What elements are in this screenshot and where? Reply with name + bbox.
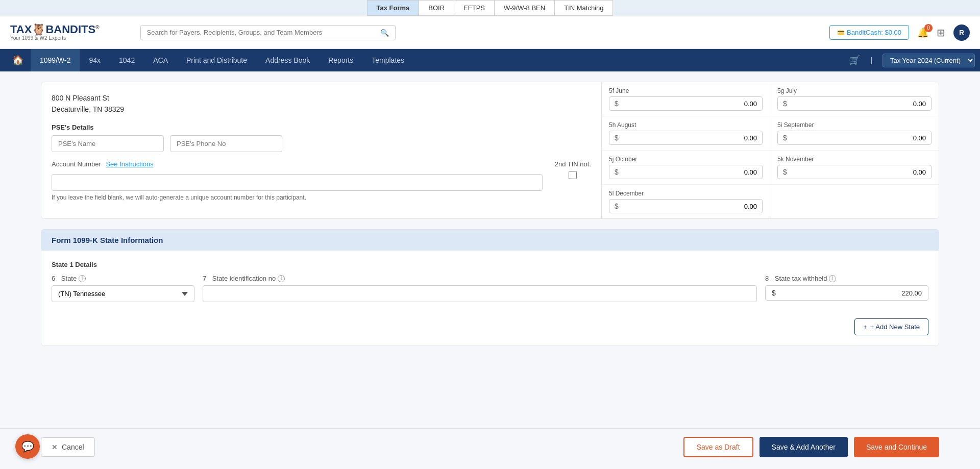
december-input-wrap: $ <box>609 199 763 213</box>
top-nav-w9[interactable]: W-9/W-8 BEN <box>494 0 554 16</box>
august-input-wrap: $ <box>609 131 763 145</box>
main-content: 800 N Pleasant St Decaturville, TN 38329… <box>0 71 980 428</box>
top-nav-tin[interactable]: TIN Matching <box>554 0 613 16</box>
search-icon: 🔍 <box>380 29 389 37</box>
secondary-nav: 🏠 1099/W-2 94x 1042 ACA Print and Distri… <box>0 49 980 71</box>
state-id-input[interactable] <box>203 285 757 302</box>
monthly-july-cell: 5g July $ <box>770 82 939 116</box>
nav-1042[interactable]: 1042 <box>110 49 144 71</box>
monthly-june-cell: 5f June $ <box>602 82 770 116</box>
pse-details-label: PSE's Details <box>52 124 591 131</box>
july-label: 5g July <box>777 87 932 94</box>
pse-name-input[interactable] <box>52 135 164 152</box>
chat-bubble-button[interactable]: 💬 <box>15 434 40 459</box>
search-input[interactable] <box>147 29 376 36</box>
december-input[interactable] <box>622 203 757 210</box>
logo-text: TAX🦉BANDITS® <box>10 24 100 35</box>
nav-94x[interactable]: 94x <box>80 49 110 71</box>
account-number-label: Account Number See Instructions <box>52 160 543 168</box>
july-input[interactable] <box>790 100 926 108</box>
nav-aca[interactable]: ACA <box>144 49 177 71</box>
june-input-wrap: $ <box>609 96 763 111</box>
tin-section: 2nd TIN not. <box>555 160 591 179</box>
monthly-october-cell: 5j October $ <box>602 151 770 185</box>
state-tax-input[interactable] <box>780 289 922 297</box>
top-nav-tax-forms[interactable]: Tax Forms <box>367 0 419 16</box>
account-number-note: If you leave the field blank, we will au… <box>52 194 543 201</box>
state-tax-dollar-icon: $ <box>772 289 776 297</box>
account-number-input[interactable] <box>52 174 543 191</box>
nav-address-book[interactable]: Address Book <box>256 49 319 71</box>
state-select[interactable]: (TN) Tennessee <box>52 285 194 302</box>
monthly-september-cell: 5i September $ <box>770 116 939 151</box>
cart-icon[interactable]: 🛒 <box>849 55 860 66</box>
save-add-another-button[interactable]: Save & Add Another <box>760 437 848 457</box>
pse-phone-input[interactable] <box>170 135 282 152</box>
notification-bell[interactable]: 🔔 0 <box>917 27 928 38</box>
home-button[interactable]: 🏠 <box>5 55 31 66</box>
add-state-row: + + Add New State <box>52 310 928 335</box>
nav-1099w2[interactable]: 1099/W-2 <box>31 49 80 71</box>
see-instructions-link[interactable]: See Instructions <box>106 160 153 168</box>
july-dollar-icon: $ <box>783 100 787 108</box>
bandit-cash-button[interactable]: 💳 BanditCash: $0.00 <box>829 25 909 40</box>
tax-year-select[interactable]: Tax Year 2024 (Current) <box>883 54 975 67</box>
november-dollar-icon: $ <box>783 168 787 176</box>
state-id-info-icon[interactable]: i <box>278 275 285 282</box>
apps-grid-icon[interactable]: ⊞ <box>937 27 945 39</box>
add-new-state-button[interactable]: + + Add New State <box>854 318 928 335</box>
june-dollar-icon: $ <box>615 100 619 108</box>
october-input-wrap: $ <box>609 165 763 179</box>
october-input[interactable] <box>622 168 757 176</box>
july-input-wrap: $ <box>777 96 932 111</box>
top-nav-eftps[interactable]: EFTPS <box>454 0 494 16</box>
august-dollar-icon: $ <box>615 134 619 142</box>
save-continue-button[interactable]: Save and Continue <box>854 437 939 457</box>
logo: TAX🦉BANDITS® Your 1099 & W2 Experts <box>10 24 100 41</box>
address-block: 800 N Pleasant St Decaturville, TN 38329 <box>52 92 591 115</box>
june-input[interactable] <box>622 100 757 108</box>
address-line1: 800 N Pleasant St <box>52 92 591 104</box>
search-bar[interactable]: 🔍 <box>140 25 396 40</box>
november-input-wrap: $ <box>777 165 932 179</box>
state-information-section: Form 1099-K State Information State 1 De… <box>41 229 939 346</box>
december-dollar-icon: $ <box>615 202 619 210</box>
account-number-section: Account Number See Instructions If you l… <box>52 160 543 201</box>
september-dollar-icon: $ <box>783 134 787 142</box>
state-label: 6 State i <box>52 275 194 282</box>
state-section-header: Form 1099-K State Information <box>41 230 939 251</box>
address-line2: Decaturville, TN 38329 <box>52 104 591 115</box>
nav-templates[interactable]: Templates <box>362 49 413 71</box>
header: TAX🦉BANDITS® Your 1099 & W2 Experts 🔍 💳 … <box>0 16 980 49</box>
state-tax-label: 8 State tax withheld i <box>765 275 928 282</box>
nav-print-distribute[interactable]: Print and Distribute <box>177 49 256 71</box>
november-label: 5k November <box>777 156 932 163</box>
state-fields-row: 6 State i (TN) Tennessee 7 State identif… <box>52 275 928 302</box>
top-nav-boir[interactable]: BOIR <box>419 0 454 16</box>
footer: © 2024 TaxBandits.com, Span Enterprises … <box>0 465 980 469</box>
october-label: 5j October <box>609 156 763 163</box>
save-as-draft-button[interactable]: Save as Draft <box>683 437 753 457</box>
plus-icon: + <box>863 323 867 331</box>
monthly-november-cell: 5k November $ <box>770 151 939 185</box>
state-info-icon[interactable]: i <box>79 275 86 282</box>
right-monthly-section: 5f June $ 5g July $ 5h August <box>602 82 939 218</box>
nav-reports[interactable]: Reports <box>319 49 362 71</box>
cancel-button[interactable]: ✕ Cancel <box>41 437 95 457</box>
header-right: 💳 BanditCash: $0.00 🔔 0 ⊞ R <box>829 24 970 41</box>
state-id-label: 7 State identification no i <box>203 275 757 282</box>
december-label: 5l December <box>609 190 763 197</box>
action-buttons: Save as Draft Save & Add Another Save an… <box>683 437 939 457</box>
sec-nav-right: 🛒 | Tax Year 2024 (Current) <box>849 54 975 67</box>
august-input[interactable] <box>622 134 757 142</box>
november-input[interactable] <box>790 168 926 176</box>
september-label: 5i September <box>777 121 932 129</box>
avatar[interactable]: R <box>953 24 970 41</box>
tin-checkbox[interactable] <box>569 171 577 179</box>
september-input[interactable] <box>790 134 926 142</box>
state-tax-info-icon[interactable]: i <box>829 275 836 282</box>
left-form-section: 800 N Pleasant St Decaturville, TN 38329… <box>41 82 602 218</box>
august-label: 5h August <box>609 121 763 129</box>
monthly-empty-cell <box>770 185 939 218</box>
pse-details-section: PSE's Details <box>52 124 591 152</box>
